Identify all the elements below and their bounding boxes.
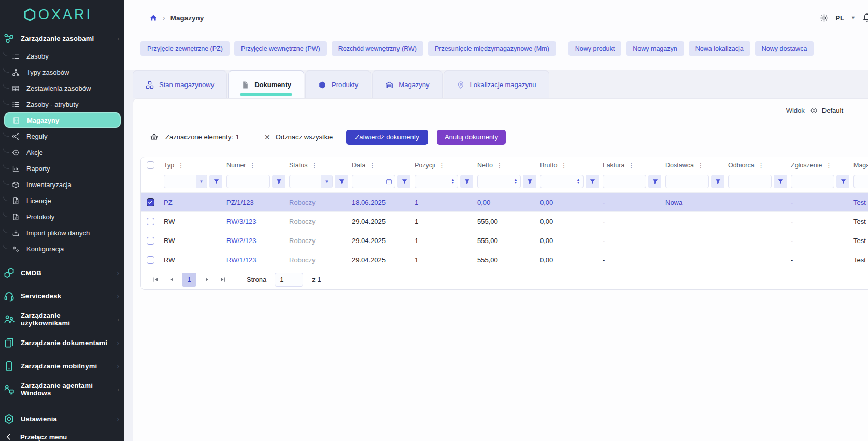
table-row[interactable]: RW RW/3/123 Roboczy 29.04.2025 1 555,00 … [141,211,868,231]
home-icon[interactable] [149,13,158,22]
brutto-filter-number[interactable]: ▲▼ [540,175,584,188]
tab-lokalizacje-magazynu[interactable]: Lokalizacje magazynu [444,70,549,98]
next-page-button[interactable] [201,274,212,285]
new-warehouse-button[interactable]: Nowy magazyn [626,41,684,56]
sidebar-group-cmdb[interactable]: CMDB › [0,265,124,280]
netto-filter-number[interactable]: ▲▼ [477,175,521,188]
brutto-filter-button[interactable] [586,175,599,188]
spinner-icons[interactable]: ▲▼ [511,178,520,184]
sidebar-item-zasoby[interactable]: Zasoby [0,48,124,64]
dostawca-filter-button[interactable] [711,175,724,188]
toggle-menu-button[interactable]: Przełącz menu [0,428,124,441]
sidebar-group-documents[interactable]: Zarządzanie dokumentami › [0,335,124,350]
mm-button[interactable]: Przesunięcie międzymagazynowe (Mm) [428,41,556,56]
numer-filter-button[interactable] [272,175,285,188]
document-link[interactable]: RW/2/123 [226,237,257,245]
pz-button[interactable]: Przyjęcie zewnętrzne (PZ) [140,41,230,56]
status-filter-select[interactable]: ▼ [289,175,333,188]
new-location-button[interactable]: Nowa lokalizacja [689,41,750,56]
odbiorca-filter-button[interactable] [774,175,787,188]
sidebar-item-raporty[interactable]: Raporty [0,161,124,177]
faktura-filter-input[interactable] [603,175,646,188]
page-number-button[interactable]: 1 [182,273,196,287]
view-selector[interactable]: Default [810,107,843,115]
chevron-down-icon[interactable]: ▼ [851,15,856,20]
page-input[interactable] [275,273,303,287]
table-row[interactable]: PZ PZ/1/123 Roboczy 18.06.2025 1 0,00 0,… [141,192,868,211]
table-row[interactable]: RW RW/1/123 Roboczy 29.04.2025 1 555,00 … [141,250,868,269]
row-checkbox[interactable] [147,218,154,225]
sidebar-item-zestawienia-zasobow[interactable]: Zestawienia zasobów [0,80,124,96]
calendar-icon[interactable] [386,178,392,185]
prev-page-button[interactable] [166,274,177,285]
column-menu-icon[interactable]: ⋮ [628,162,634,169]
deselect-all-button[interactable]: ✕ Odznacz wszystkie [264,133,333,141]
sidebar-item-typy-zasobow[interactable]: Typy zasobów [0,64,124,80]
sidebar-group-settings[interactable]: Ustawienia › [0,411,124,426]
column-menu-icon[interactable]: ⋮ [826,162,832,169]
typ-filter-select[interactable]: ▼ [164,175,207,188]
sidebar-group-users[interactable]: Zarządzanie użytkownikami › [0,311,124,327]
language-selector[interactable]: PL [835,14,844,22]
row-checkbox[interactable] [147,256,154,264]
zgloszenie-filter-input[interactable] [791,175,834,188]
new-product-button[interactable]: Nowy produkt [568,41,621,56]
zgloszenie-filter-button[interactable] [836,175,849,188]
sidebar-group-servicedesk[interactable]: Servicedesk › [0,288,124,304]
sidebar-item-akcje[interactable]: Akcje [0,145,124,161]
select-all-checkbox[interactable] [147,161,154,169]
sidebar-group-asset-management[interactable]: Zarządzanie zasobami › [0,31,124,46]
column-menu-icon[interactable]: ⋮ [250,162,256,169]
chevron-down-icon[interactable]: ▼ [321,175,332,188]
column-menu-icon[interactable]: ⋮ [439,162,445,169]
sidebar-item-protokoly[interactable]: Protokoły [0,209,124,225]
dostawca-filter-input[interactable] [665,175,709,188]
status-filter-button[interactable] [335,175,348,188]
sidebar-item-magazyny[interactable]: Magazyny [4,112,121,128]
data-filter-button[interactable] [397,175,410,188]
document-link[interactable]: PZ/1/123 [226,198,254,206]
first-page-button[interactable] [150,274,161,285]
numer-filter-input[interactable] [226,175,270,188]
faktura-filter-button[interactable] [648,175,661,188]
spinner-icons[interactable]: ▲▼ [448,178,458,184]
typ-filter-button[interactable] [209,175,222,188]
tab-produkty[interactable]: Produkty [305,70,371,98]
sidebar-item-licencje[interactable]: Licencje [0,193,124,209]
pozycji-filter-button[interactable] [460,175,473,188]
document-link[interactable]: RW/1/123 [226,256,257,264]
column-menu-icon[interactable]: ⋮ [758,162,764,169]
odbiorca-filter-input[interactable] [728,175,772,188]
row-checkbox[interactable] [147,237,154,245]
spinner-icons[interactable]: ▲▼ [574,178,583,184]
sidebar-item-reguly[interactable]: Reguły [0,129,124,145]
column-menu-icon[interactable]: ⋮ [496,162,503,169]
sidebar-group-mobile[interactable]: Zarządzanie mobilnymi › [0,358,124,374]
sidebar-group-windows-agents[interactable]: Zarządzanie agentami Windows › [0,381,124,397]
pozycji-filter-number[interactable]: ▲▼ [415,175,458,188]
column-menu-icon[interactable]: ⋮ [369,162,375,169]
sidebar-item-konfiguracja[interactable]: Konfiguracja [0,241,124,257]
table-row[interactable]: RW RW/2/123 Roboczy 29.04.2025 1 555,00 … [141,231,868,250]
column-menu-icon[interactable]: ⋮ [311,162,317,169]
breadcrumb-current[interactable]: Magazyny [170,14,204,22]
pw-button[interactable]: Przyjęcie wewnętrzne (PW) [234,41,327,56]
column-menu-icon[interactable]: ⋮ [561,162,567,169]
chevron-down-icon[interactable]: ▼ [196,175,207,188]
new-supplier-button[interactable]: Nowy dostawca [755,41,814,56]
magazyn-filter-input[interactable] [853,175,868,188]
sidebar-item-zasoby-atrybuty[interactable]: Zasoby - atrybuty [0,96,124,112]
approve-documents-button[interactable]: Zatwierdź dokumenty [346,130,428,145]
netto-filter-button[interactable] [523,175,536,188]
sidebar-item-inwentaryzacja[interactable]: Inwentaryzacja [0,177,124,193]
column-menu-icon[interactable]: ⋮ [178,162,184,169]
bell-icon[interactable] [862,13,868,22]
tab-dokumenty[interactable]: Dokumenty [228,70,304,98]
sidebar-item-import-plikow[interactable]: Import plików danych [0,225,124,241]
tab-stan-magazynowy[interactable]: Stan magazynowy [133,70,227,98]
last-page-button[interactable] [217,274,229,285]
row-checkbox[interactable] [147,198,154,206]
cancel-documents-button[interactable]: Anuluj dokumenty [437,130,506,145]
rw-button[interactable]: Rozchód wewnętrzny (RW) [332,41,423,56]
document-link[interactable]: RW/3/123 [226,218,257,225]
